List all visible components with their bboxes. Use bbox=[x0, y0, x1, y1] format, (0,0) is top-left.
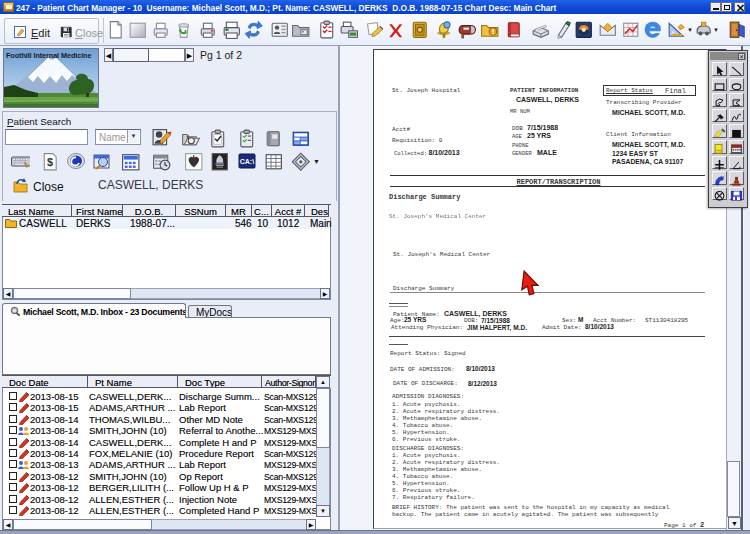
svg-text:$: $ bbox=[47, 156, 53, 168]
svg-text:CA:\: CA:\ bbox=[240, 158, 254, 165]
